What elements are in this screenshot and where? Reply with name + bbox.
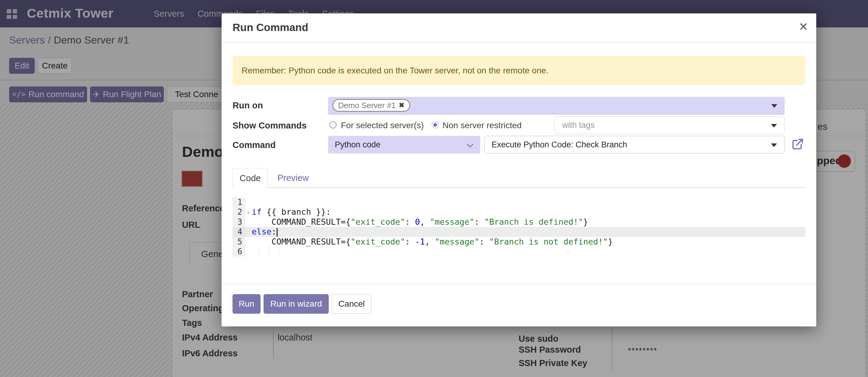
cancel-button[interactable]: Cancel bbox=[332, 294, 371, 314]
chevron-down-icon bbox=[771, 104, 777, 108]
tab-code[interactable]: Code bbox=[232, 168, 268, 188]
run-button[interactable]: Run bbox=[232, 294, 260, 314]
radio-selected-servers-label[interactable]: For selected server(s) bbox=[341, 121, 424, 130]
radio-selected-servers[interactable] bbox=[329, 121, 337, 128]
label-run-on: Run on bbox=[232, 100, 263, 111]
label-command: Command bbox=[232, 140, 276, 150]
command-type-select[interactable]: Python code bbox=[328, 136, 480, 153]
tab-preview[interactable]: Preview bbox=[270, 168, 316, 187]
tag-remove-icon[interactable]: ✖ bbox=[399, 102, 404, 109]
dialog-title: Run Command bbox=[232, 21, 308, 33]
with-tags-select[interactable]: with tags bbox=[555, 116, 785, 134]
tab-divider bbox=[232, 187, 805, 188]
dialog-header-divider bbox=[222, 42, 816, 42]
chevron-down-icon bbox=[771, 143, 777, 147]
editor-code[interactable]: if {{ branch }}: COMMAND_RESULT={"exit_c… bbox=[245, 197, 805, 256]
warning-banner: Remember: Python code is executed on the… bbox=[232, 56, 805, 85]
radio-non-restricted[interactable] bbox=[432, 121, 439, 128]
run-in-wizard-button[interactable]: Run in wizard bbox=[264, 294, 329, 314]
run-on-field[interactable]: Demo Server #1 ✖ bbox=[328, 97, 785, 115]
screen: Cetmix Tower Servers Commands Files Tool… bbox=[0, 0, 868, 377]
close-icon[interactable]: ✕ bbox=[799, 20, 808, 33]
chevron-down-icon bbox=[771, 124, 777, 127]
chevron-down-icon bbox=[467, 141, 473, 147]
dialog-footer-divider bbox=[222, 284, 816, 284]
radio-non-restricted-label[interactable]: Non server restricted bbox=[442, 121, 522, 130]
command-select[interactable]: Execute Python Code: Check Branch bbox=[485, 136, 785, 153]
external-link-icon[interactable] bbox=[791, 137, 805, 152]
code-editor[interactable]: 12▾34▾56 if {{ branch }}: COMMAND_RESULT… bbox=[232, 197, 805, 271]
run-command-dialog: Run Command ✕ Remember: Python code is e… bbox=[222, 13, 816, 326]
label-show-commands: Show Commands bbox=[232, 121, 307, 130]
editor-gutter: 12▾34▾56 bbox=[232, 197, 245, 256]
server-tag[interactable]: Demo Server #1 ✖ bbox=[332, 99, 410, 112]
